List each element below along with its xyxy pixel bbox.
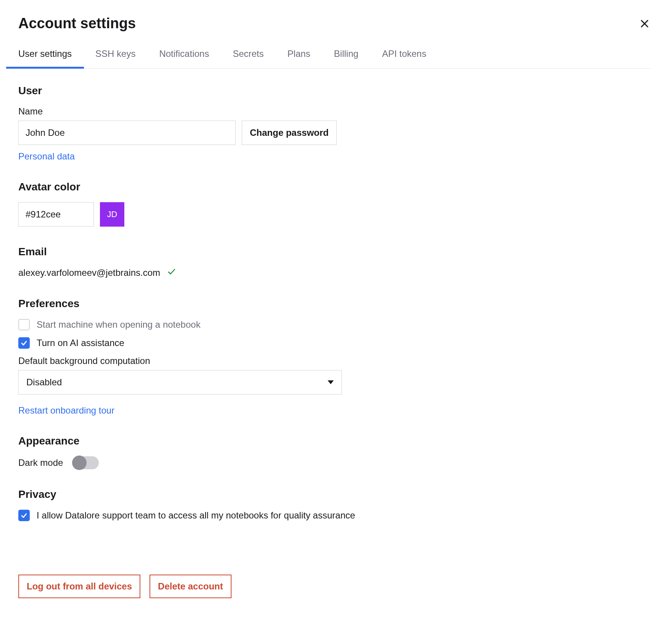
delete-account-button[interactable]: Delete account (150, 575, 232, 598)
page-title: Account settings (18, 15, 136, 32)
heading-avatar: Avatar color (18, 181, 651, 193)
section-user: User Name Change password Personal data (18, 85, 651, 162)
tab-notifications[interactable]: Notifications (159, 48, 209, 68)
tab-plans[interactable]: Plans (288, 48, 310, 68)
name-label: Name (18, 106, 651, 117)
name-input[interactable] (18, 121, 236, 145)
dark-mode-label: Dark mode (18, 457, 63, 468)
tab-api-tokens[interactable]: API tokens (382, 48, 426, 68)
change-password-button[interactable]: Change password (242, 121, 337, 145)
heading-user: User (18, 85, 651, 97)
tab-billing[interactable]: Billing (334, 48, 359, 68)
start-machine-checkbox[interactable] (18, 319, 30, 330)
verified-check-icon (167, 267, 176, 279)
heading-privacy: Privacy (18, 488, 651, 501)
dark-mode-toggle[interactable] (72, 456, 99, 469)
tabs: User settings SSH keys Notifications Sec… (18, 48, 651, 69)
section-preferences: Preferences Start machine when opening a… (18, 298, 651, 416)
chevron-down-icon (328, 380, 334, 384)
section-avatar: Avatar color JD (18, 181, 651, 227)
start-machine-label: Start machine when opening a notebook (37, 319, 201, 330)
personal-data-link[interactable]: Personal data (18, 151, 75, 162)
bg-comp-select[interactable]: Disabled (18, 370, 342, 394)
heading-email: Email (18, 246, 651, 258)
heading-appearance: Appearance (18, 435, 651, 447)
section-appearance: Appearance Dark mode (18, 435, 651, 469)
ai-assist-checkbox[interactable] (18, 337, 30, 349)
tab-ssh-keys[interactable]: SSH keys (95, 48, 135, 68)
toggle-knob (72, 456, 87, 470)
tab-secrets[interactable]: Secrets (233, 48, 264, 68)
section-email: Email alexey.varfolomeev@jetbrains.com (18, 246, 651, 279)
email-value: alexey.varfolomeev@jetbrains.com (18, 267, 160, 278)
ai-assist-label: Turn on AI assistance (37, 338, 124, 348)
bg-comp-value: Disabled (26, 377, 62, 388)
close-icon (639, 18, 650, 29)
bg-comp-label: Default background computation (18, 356, 651, 366)
heading-preferences: Preferences (18, 298, 651, 310)
tab-user-settings[interactable]: User settings (18, 48, 72, 68)
close-button[interactable] (638, 18, 651, 30)
section-privacy: Privacy I allow Datalore support team to… (18, 488, 651, 521)
allow-support-label: I allow Datalore support team to access … (37, 510, 355, 521)
restart-tour-link[interactable]: Restart onboarding tour (18, 405, 114, 416)
avatar-preview: JD (100, 202, 124, 227)
danger-actions: Log out from all devices Delete account (18, 575, 651, 598)
logout-all-button[interactable]: Log out from all devices (18, 575, 140, 598)
allow-support-checkbox[interactable] (18, 510, 30, 521)
avatar-color-input[interactable] (18, 202, 94, 227)
